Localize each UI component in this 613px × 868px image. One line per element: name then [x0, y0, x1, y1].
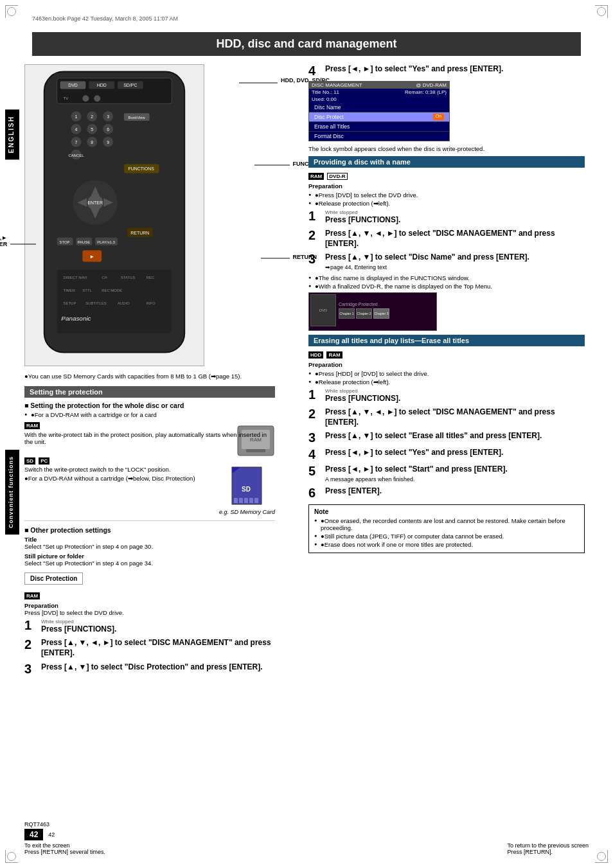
svg-text:RETURN: RETURN: [130, 231, 149, 235]
svg-text:CH: CH: [102, 276, 107, 279]
note-label: Note: [314, 508, 579, 515]
svg-text:3: 3: [107, 114, 109, 119]
osd-screenshot: DISC MANAGEMENT @ DVD-RAM Title No.: 11 …: [308, 81, 450, 141]
disc-prot-step2: 2 Press [▲, ▼, ◄, ►] to select "DISC MAN…: [24, 638, 275, 658]
corner-circle-tr: [597, 7, 606, 16]
erasing-note2: ●Still picture data (JPEG, TIFF) or comp…: [314, 533, 579, 540]
corner-circle-tl: [7, 7, 16, 16]
osd-title-bar: DISC MANAGEMENT @ DVD-RAM: [309, 82, 449, 89]
page-number: 42: [24, 829, 43, 840]
top-menu-disc-icon: DVD: [310, 294, 336, 326]
svg-point-10: [94, 95, 100, 102]
erasing-all-header: Erasing all titles and play lists—Erase …: [308, 335, 585, 346]
pc-badge: PC: [39, 457, 49, 465]
erasing-step3: 3 Press [▲, ▼] to select "Erase all titl…: [308, 431, 585, 444]
step2-number: 2: [24, 638, 39, 651]
disc-prot-step1: 1 While stopped Press [FUNCTIONS].: [24, 619, 275, 635]
svg-text:HDD: HDD: [97, 83, 107, 87]
svg-point-9: [82, 95, 89, 102]
disc-prot-ram-label: RAM: [24, 591, 275, 599]
svg-text:REC: REC: [147, 276, 155, 279]
osd-disc-protect: Disc Protect On: [309, 112, 449, 122]
erasing-note-box: Note ●Once erased, the recorded contents…: [308, 504, 585, 553]
providing-name-badges: RAM DVD-R: [308, 172, 585, 180]
providing-prep2: ●Release protection (➡left).: [308, 200, 585, 207]
svg-text:4: 4: [75, 127, 77, 132]
erasing-note1: ●Once erased, the recorded contents are …: [314, 517, 579, 531]
svg-text:STTL: STTL: [82, 288, 92, 292]
cartridge-image: RAM: [236, 425, 275, 457]
erasing-step6: 6 Press [ENTER].: [308, 486, 585, 499]
right-step4-number: 4: [308, 64, 323, 77]
still-folder-content: Still picture or folder Select "Set up P…: [24, 553, 275, 567]
providing-step2-content: Press [▲, ▼, ◄, ►] to select "DISC MANAG…: [323, 229, 585, 249]
sd-text-area: Switch the write-protect switch to the "…: [24, 466, 214, 484]
svg-text:TV: TV: [64, 96, 69, 100]
svg-rect-78: [244, 498, 248, 503]
chapter1: Chapter 1: [339, 308, 355, 319]
top-menu-label1: Cartridge Protected: [339, 302, 435, 306]
svg-rect-77: [239, 498, 243, 503]
right-step4-content: Press [◄, ►] to select "Yes" and press […: [323, 64, 585, 75]
erasing-step2: 2 Press [▲, ▼, ◄, ►] to select "DISC MAN…: [308, 407, 585, 427]
step1-context: While stopped: [41, 619, 275, 624]
footer-exit-label: To exit the screen: [24, 842, 105, 849]
erasing-step1-content: While stopped Press [FUNCTIONS].: [323, 388, 585, 404]
osd-remain: Remain: 0:38 (LP): [405, 89, 447, 95]
footer-return-instruction: Press [RETURN].: [507, 849, 589, 855]
whole-disc-title: ■ Setting the protection for the whole d…: [24, 402, 275, 409]
providing-step3-num: 3: [308, 252, 323, 265]
providing-prep: Preparation: [308, 182, 585, 190]
chapter2: Chapter 2: [356, 308, 372, 319]
setting-protection-header: Setting the protection: [24, 386, 275, 398]
corner-circle-br: [597, 852, 606, 861]
right-step4: 4 Press [◄, ►] to select "Yes" and press…: [308, 64, 585, 77]
svg-text:2: 2: [91, 114, 93, 119]
providing-name-header: Providing a disc with a name: [308, 156, 585, 168]
svg-rect-80: [254, 498, 258, 503]
page-number-area: 42 42: [24, 829, 105, 840]
ram-badge: RAM: [24, 422, 40, 429]
footer-left-area: RQT7463 42 42 To exit the screen Press […: [24, 821, 105, 855]
svg-text:SD: SD: [242, 486, 251, 493]
top-menu-chapters: Chapter 1 Chapter 2 Chapter 3: [339, 308, 435, 319]
erasing-step4-num: 4: [308, 448, 323, 461]
svg-text:9: 9: [107, 140, 109, 145]
sd-card-area: SD e.g. SD Memory Card: [219, 466, 275, 515]
svg-text:SETUP: SETUP: [64, 301, 76, 305]
providing-step2-num: 2: [308, 229, 323, 242]
erasing-step4-content: Press [◄, ►] to select "Yes" and press […: [323, 448, 585, 458]
step3-main: Press [▲, ▼] to select "Disc Protection"…: [41, 662, 263, 671]
osd-on-badge: On: [433, 114, 444, 120]
providing-step1: 1 While stopped Press [FUNCTIONS].: [308, 209, 585, 226]
footer-right-area: To return to the previous screen Press […: [507, 842, 589, 855]
right-column: 4 Press [◄, ►] to select "Yes" and press…: [308, 64, 585, 553]
sd-card-image: SD: [231, 466, 263, 508]
main-title: HDD, disc and card management: [32, 32, 581, 56]
chapter3: Chapter 3: [373, 308, 389, 319]
erasing-step5-num: 5: [308, 465, 323, 477]
providing-step3: 3 Press [▲, ▼] to select "Disc Name" and…: [308, 252, 585, 270]
remote-area: DVD HDD SD/PC TV 1 2 3 4 5 6 7 8: [24, 64, 275, 368]
footer-exit-instruction: Press [RETURN] several times.: [24, 849, 105, 855]
providing-step1-ctx: While stopped: [325, 209, 585, 215]
sd-content: Switch the write-protect switch to the "…: [24, 466, 275, 515]
svg-text:8: 8: [91, 140, 93, 145]
providing-step3-main: Press [▲, ▼] to select "Disc Name" and p…: [325, 252, 529, 261]
svg-text:5: 5: [91, 127, 93, 132]
svg-text:SUBTITLES: SUBTITLES: [85, 301, 106, 305]
remote-note: ●You can use SD Memory Cards with capaci…: [24, 373, 275, 380]
step1-content: While stopped Press [FUNCTIONS].: [39, 619, 275, 635]
other-protection-title: ■ Other protection settings: [24, 526, 275, 534]
whole-disc-note: ●For a DVD-RAM with a cartridge or for a…: [24, 411, 275, 418]
erasing-badges: HDD RAM: [308, 350, 585, 359]
erasing-step3-content: Press [▲, ▼] to select "Erase all titles…: [323, 431, 585, 441]
erasing-prep1: ●Press [HDD] or [DVD] to select the driv…: [308, 370, 585, 377]
erasing-step4-main: Press [◄, ►] to select "Yes" and press […: [325, 448, 503, 457]
step2-main: Press [▲, ▼, ◄, ►] to select "DISC MANAG…: [41, 638, 271, 657]
top-menu-info: Cartridge Protected Chapter 1 Chapter 2 …: [339, 302, 435, 319]
corner-br: [595, 850, 608, 863]
svg-text:STOP: STOP: [60, 240, 70, 244]
convenient-tab: Convenient functions: [5, 450, 19, 535]
disc-prot-prep: Preparation Press [DVD] to select the DV…: [24, 602, 275, 616]
